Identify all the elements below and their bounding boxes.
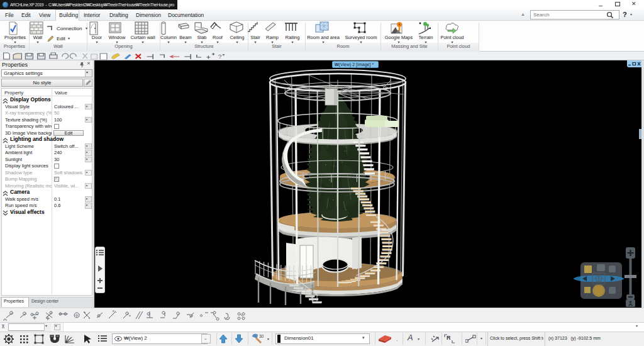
svg-text:?: ? [218, 53, 222, 60]
svg-text:▾: ▾ [223, 53, 225, 57]
svg-text:30: 30 [259, 334, 264, 338]
